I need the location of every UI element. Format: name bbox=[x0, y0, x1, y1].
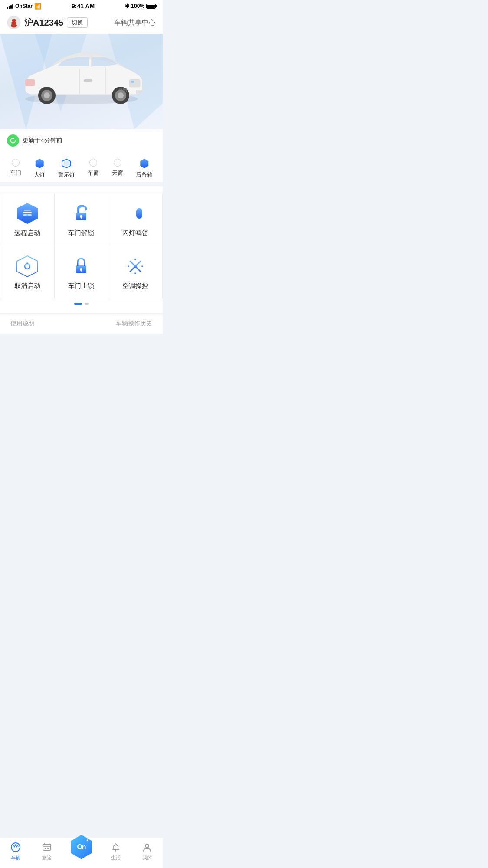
cancel-start-button[interactable]: 取消启动 bbox=[0, 246, 55, 299]
svg-point-51 bbox=[128, 265, 129, 267]
indicator-dot-trunk bbox=[140, 159, 149, 168]
indicator-trunk[interactable]: 后备箱 bbox=[136, 159, 153, 179]
cancel-start-icon bbox=[16, 255, 39, 278]
ac-control-button[interactable]: 空调操控 bbox=[108, 246, 163, 299]
svg-marker-23 bbox=[63, 160, 70, 167]
refresh-icon bbox=[7, 134, 19, 147]
history-link[interactable]: 车辆操作历史 bbox=[116, 320, 152, 328]
svg-marker-38 bbox=[17, 256, 38, 277]
indicator-label-window: 车窗 bbox=[88, 169, 99, 177]
svg-rect-9 bbox=[129, 79, 140, 87]
svg-rect-11 bbox=[25, 79, 35, 86]
door-unlock-label: 车门解锁 bbox=[68, 229, 94, 237]
svg-point-48 bbox=[134, 265, 137, 268]
svg-rect-27 bbox=[24, 210, 31, 211]
svg-point-50 bbox=[134, 272, 136, 274]
header: 沪A12345 切换 车辆共享中心 bbox=[0, 11, 163, 34]
svg-rect-25 bbox=[23, 212, 32, 213]
pagination-dot-2 bbox=[85, 303, 89, 305]
flash-horn-label: 闪灯鸣笛 bbox=[122, 229, 148, 237]
indicator-window[interactable]: 车窗 bbox=[88, 159, 99, 179]
svg-rect-43 bbox=[81, 269, 82, 272]
svg-text:英朗: 英朗 bbox=[118, 87, 127, 92]
svg-point-52 bbox=[141, 265, 143, 267]
door-lock-label: 车门上锁 bbox=[68, 282, 94, 290]
svg-point-39 bbox=[25, 264, 30, 269]
flash-horn-icon bbox=[124, 202, 147, 225]
svg-point-49 bbox=[134, 259, 136, 260]
svg-rect-35 bbox=[136, 208, 142, 219]
ac-control-icon bbox=[124, 255, 147, 278]
svg-rect-10 bbox=[131, 81, 134, 83]
bluetooth-icon: ✱ bbox=[125, 3, 129, 9]
svg-point-28 bbox=[26, 214, 28, 216]
status-bar: OnStar 📶 9:41 AM ✱ 100% bbox=[0, 0, 163, 11]
header-left: 沪A12345 切换 bbox=[7, 16, 88, 29]
indicator-dot-sunroof bbox=[114, 159, 121, 167]
carrier-label: OnStar bbox=[15, 3, 33, 9]
indicator-label-hazard: 警示灯 bbox=[58, 171, 75, 179]
indicator-dot-door bbox=[12, 159, 20, 167]
door-unlock-icon bbox=[70, 202, 92, 225]
update-status[interactable]: 更新于4分钟前 bbox=[0, 129, 163, 152]
indicator-dot-hazard bbox=[62, 159, 71, 168]
indicator-label-trunk: 后备箱 bbox=[136, 171, 153, 179]
battery-icon bbox=[146, 4, 156, 9]
controls-grid: 远程启动 bbox=[0, 193, 163, 299]
svg-point-14 bbox=[44, 92, 50, 98]
indicator-label-headlight: 大灯 bbox=[34, 171, 45, 179]
signal-icon bbox=[7, 3, 13, 9]
instructions-link[interactable]: 使用说明 bbox=[10, 320, 35, 328]
indicator-label-sunroof: 天窗 bbox=[112, 169, 123, 177]
status-indicators: 车门 大灯 警示灯 车窗 天窗 bbox=[0, 152, 163, 183]
wifi-icon: 📶 bbox=[34, 3, 41, 10]
sharing-center-link[interactable]: 车辆共享中心 bbox=[114, 18, 156, 27]
indicator-dot-window bbox=[89, 159, 97, 167]
battery-percent: 100% bbox=[131, 3, 144, 9]
svg-point-17 bbox=[118, 92, 124, 98]
indicator-door[interactable]: 车门 bbox=[10, 159, 21, 179]
footer-links: 使用说明 车辆操作历史 bbox=[0, 313, 163, 334]
car-hero: 英朗 bbox=[0, 34, 163, 129]
door-lock-icon bbox=[70, 255, 92, 278]
indicator-label-door: 车门 bbox=[10, 169, 21, 177]
svg-rect-31 bbox=[81, 216, 82, 219]
indicator-headlight[interactable]: 大灯 bbox=[34, 159, 45, 179]
pagination-dot-1 bbox=[74, 303, 82, 305]
cancel-start-label: 取消启动 bbox=[14, 282, 40, 290]
status-left: OnStar 📶 bbox=[7, 3, 41, 10]
svg-point-40 bbox=[26, 262, 28, 264]
remote-start-label: 远程启动 bbox=[14, 229, 40, 237]
pagination-dots bbox=[0, 299, 163, 310]
ac-control-label: 空调操控 bbox=[122, 282, 148, 290]
flash-horn-button[interactable]: 闪灯鸣笛 bbox=[108, 193, 163, 246]
remote-start-button[interactable]: 远程启动 bbox=[0, 193, 55, 246]
indicator-sunroof[interactable]: 天窗 bbox=[112, 159, 123, 179]
time-display: 9:41 AM bbox=[72, 3, 95, 10]
remote-start-icon bbox=[16, 202, 39, 225]
update-text: 更新于4分钟前 bbox=[23, 137, 62, 144]
indicator-hazard[interactable]: 警示灯 bbox=[58, 159, 75, 179]
svg-rect-20 bbox=[84, 79, 92, 82]
switch-button[interactable]: 切换 bbox=[67, 17, 88, 28]
indicator-dot-headlight bbox=[35, 159, 44, 168]
car-image: 英朗 bbox=[12, 38, 151, 116]
controls-section: 远程启动 bbox=[0, 186, 163, 313]
door-unlock-button[interactable]: 车门解锁 bbox=[55, 193, 109, 246]
door-lock-button[interactable]: 车门上锁 bbox=[55, 246, 109, 299]
status-right: ✱ 100% bbox=[125, 3, 156, 9]
buick-logo bbox=[7, 16, 21, 29]
svg-point-3 bbox=[11, 24, 17, 28]
plate-number: 沪A12345 bbox=[24, 17, 63, 29]
